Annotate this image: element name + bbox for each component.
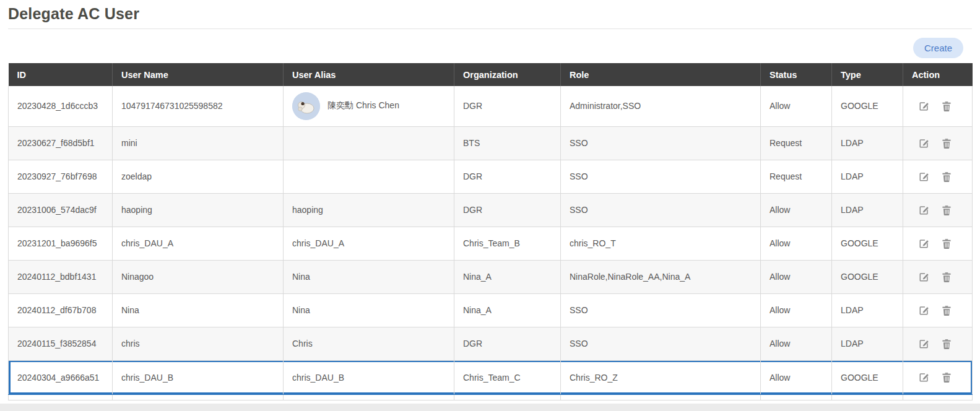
trash-icon <box>942 238 952 249</box>
edit-button[interactable] <box>919 272 929 282</box>
column-header-status: Status <box>761 63 832 86</box>
cell-empty <box>561 394 761 400</box>
edit-button[interactable] <box>919 101 929 111</box>
cell-user-alias: 陳奕勳 Chris Chen <box>284 86 454 126</box>
trash-icon <box>942 372 952 383</box>
cell-status: Allow <box>761 227 832 260</box>
delete-button[interactable] <box>941 272 952 282</box>
cell-role: NinaRole,NinaRole_AA,Nina_A <box>561 260 761 293</box>
column-header-organization: Organization <box>454 63 561 86</box>
cell-empty <box>832 394 903 400</box>
cell-user-name: 104791746731025598582 <box>113 86 284 126</box>
delete-button[interactable] <box>941 138 952 149</box>
edit-pencil-icon <box>919 101 929 111</box>
cell-action <box>903 293 973 327</box>
trash-icon <box>942 272 952 282</box>
column-header-user_alias: User Alias <box>284 63 454 86</box>
cell-action <box>903 86 973 126</box>
trash-icon <box>942 171 952 182</box>
edit-button[interactable] <box>919 205 929 215</box>
cell-id: 20240115_f3852854 <box>9 327 113 360</box>
delete-button[interactable] <box>941 372 952 383</box>
cell-role: SSO <box>561 193 761 227</box>
edit-pencil-icon <box>919 372 929 383</box>
delegate-ac-user-page: Delegate AC User Create IDUser NameUser … <box>0 0 980 411</box>
cell-id: 20240112_bdbf1431 <box>9 260 113 293</box>
table-header: IDUser NameUser AliasOrganizationRoleSta… <box>9 63 973 86</box>
cell-user-alias: chris_DAU_B <box>284 360 454 394</box>
cell-action <box>903 126 973 160</box>
cell-empty <box>284 394 454 400</box>
cell-user-alias <box>284 160 454 193</box>
edit-button[interactable] <box>919 238 929 249</box>
trash-icon <box>942 339 952 349</box>
toolbar: Create <box>0 29 980 63</box>
edit-button[interactable] <box>919 305 929 316</box>
cell-role: SSO <box>561 126 761 160</box>
delete-button[interactable] <box>941 101 952 111</box>
cell-organization: Nina_A <box>454 293 561 327</box>
cell-user-alias <box>284 126 454 160</box>
table-row: 20240115_f3852854chrisChrisDGRSSOAllowLD… <box>9 327 973 360</box>
create-button[interactable]: Create <box>913 38 963 58</box>
delete-button[interactable] <box>941 205 952 215</box>
cell-user-alias: Nina <box>284 260 454 293</box>
cell-status: Allow <box>761 360 832 394</box>
trash-icon <box>942 305 952 316</box>
edit-button[interactable] <box>919 138 929 149</box>
cell-user-alias: chris_DAU_A <box>284 227 454 260</box>
cell-organization: DGR <box>454 160 561 193</box>
cell-action <box>903 360 973 394</box>
table-row: 20230627_f68d5bf1miniBTSSSORequestLDAP <box>9 126 973 160</box>
cell-action <box>903 160 973 193</box>
table-row: 20240112_df67b708NinaNinaNina_ASSOAllowL… <box>9 293 973 327</box>
cell-user-name: zoeldap <box>113 160 284 193</box>
cell-id: 20240112_df67b708 <box>9 293 113 327</box>
cell-status: Allow <box>761 293 832 327</box>
user-alias-text: 陳奕勳 Chris Chen <box>327 100 399 111</box>
column-header-action: Action <box>903 63 973 86</box>
cell-organization: DGR <box>454 327 561 360</box>
edit-button[interactable] <box>919 339 929 349</box>
trash-icon <box>942 138 952 149</box>
table-row: 20231201_ba9696f5chris_DAU_Achris_DAU_AC… <box>9 227 973 260</box>
edit-button[interactable] <box>919 372 929 383</box>
edit-button[interactable] <box>919 171 929 182</box>
cell-action <box>903 193 973 227</box>
cell-role: SSO <box>561 327 761 360</box>
cell-action <box>903 227 973 260</box>
table-row-selected: 20240304_a9666a51chris_DAU_Bchris_DAU_BC… <box>9 360 973 394</box>
delete-button[interactable] <box>941 238 952 249</box>
cell-type: GOOGLE <box>832 86 903 126</box>
cell-action <box>903 260 973 293</box>
delete-button[interactable] <box>941 305 952 316</box>
cell-user-name: haoping <box>113 193 284 227</box>
cell-type: LDAP <box>832 293 903 327</box>
page-header: Delegate AC User <box>0 0 980 29</box>
cell-type: LDAP <box>832 160 903 193</box>
delete-button[interactable] <box>941 171 952 182</box>
cell-id: 20230428_1d6cccb3 <box>9 86 113 126</box>
table-row-partial <box>9 394 973 400</box>
delete-button[interactable] <box>941 339 952 349</box>
cell-user-name: mini <box>113 126 284 160</box>
cell-role: Administrator,SSO <box>561 86 761 126</box>
cell-status: Request <box>761 126 832 160</box>
cell-type: GOOGLE <box>832 360 903 394</box>
cell-organization: DGR <box>454 193 561 227</box>
cell-user-name: Nina <box>113 293 284 327</box>
cell-user-name: Ninagoo <box>113 260 284 293</box>
edit-pencil-icon <box>919 272 929 282</box>
cell-id: 20231201_ba9696f5 <box>9 227 113 260</box>
cell-user-name: chris <box>113 327 284 360</box>
cell-id: 20230627_f68d5bf1 <box>9 126 113 160</box>
cell-id: 20240304_a9666a51 <box>9 360 113 394</box>
edit-pencil-icon <box>919 171 929 182</box>
table-row: 20231006_574dac9fhaopinghaopingDGRSSOAll… <box>9 193 973 227</box>
table-row: 20240112_bdbf1431NinagooNinaNina_ANinaRo… <box>9 260 973 293</box>
cell-id: 20230927_76bf7698 <box>9 160 113 193</box>
cell-organization: Chris_Team_B <box>454 227 561 260</box>
trash-icon <box>942 205 952 215</box>
bottom-page-background <box>0 404 980 411</box>
cell-empty <box>903 394 973 400</box>
